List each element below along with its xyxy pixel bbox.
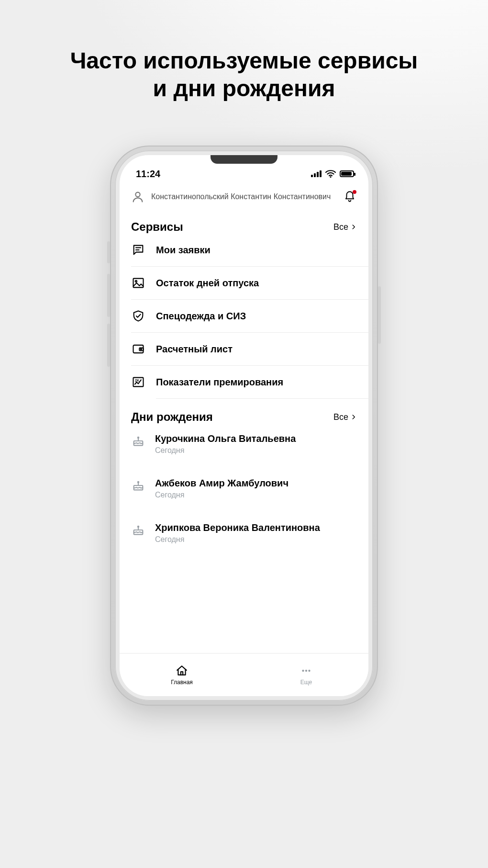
chat-lines-icon: [131, 243, 145, 257]
phone-frame: 11:24 Константинопольский Константин Кон…: [110, 146, 378, 706]
tab-more[interactable]: Еще: [244, 654, 368, 696]
status-icons: [311, 170, 354, 178]
service-item-payslip[interactable]: Расчетный лист: [131, 332, 368, 365]
svg-point-25: [305, 669, 307, 671]
page-title-line2: и дни рождения: [153, 76, 335, 101]
birthday-when: Сегодня: [155, 446, 296, 455]
birthdays-list: Курочкина Ольга Витальевна Сегодня Ажбек…: [120, 428, 368, 555]
home-icon: [176, 665, 188, 677]
chevron-right-icon: [350, 224, 357, 230]
page-title-line1: Часто используемые сервисы: [70, 48, 418, 73]
svg-text:2K: 2K: [135, 379, 139, 382]
shield-check-icon: [131, 309, 145, 323]
page-title: Часто используемые сервисы и дни рождени…: [0, 47, 488, 102]
birthday-when: Сегодня: [155, 535, 320, 544]
phone-inner: 11:24 Константинопольский Константин Кон…: [115, 150, 373, 701]
battery-icon: [340, 170, 354, 177]
svg-point-12: [141, 349, 142, 349]
birthday-name: Ажбеков Амир Жамбулович: [155, 478, 288, 489]
svg-point-9: [135, 281, 137, 282]
phone-side-button: [378, 286, 381, 344]
service-item-vacation-balance[interactable]: Остаток дней отпуска: [131, 266, 368, 299]
section-header-birthdays: Дни рождения Все: [120, 399, 368, 428]
wallet-icon: [131, 342, 145, 356]
svg-point-5: [135, 192, 140, 197]
service-item-bonus-kpi[interactable]: 2K Показатели премирования: [131, 365, 368, 398]
birthday-item[interactable]: Хрипкова Вероника Валентиновна Сегодня: [131, 511, 368, 555]
svg-point-17: [138, 437, 139, 438]
phone-side-button: [107, 241, 110, 263]
tab-bar: Главная Еще: [120, 653, 368, 696]
screen: 11:24 Константинопольский Константин Кон…: [120, 155, 368, 696]
app-header: Константинопольский Константин Константи…: [120, 184, 368, 209]
chevron-right-icon: [350, 414, 357, 420]
birthday-item[interactable]: Курочкина Ольга Витальевна Сегодня: [131, 428, 368, 466]
service-item-ppe[interactable]: Спецодежда и СИЗ: [131, 299, 368, 332]
svg-rect-8: [133, 279, 144, 288]
service-label: Расчетный лист: [156, 344, 357, 355]
birthdays-see-all-button[interactable]: Все: [333, 412, 357, 422]
birthday-cake-icon: [131, 434, 145, 448]
service-label: Спецодежда и СИЗ: [156, 311, 357, 322]
svg-rect-1: [314, 173, 316, 177]
chart-2k-icon: 2K: [131, 375, 145, 389]
svg-rect-2: [317, 172, 319, 177]
svg-rect-0: [311, 175, 313, 177]
service-item-my-requests[interactable]: Мои заявки: [131, 237, 368, 266]
notifications-button[interactable]: [343, 190, 357, 204]
service-label: Показатели премирования: [156, 377, 357, 388]
services-list: Мои заявки Остаток дней отпуска Спецодеж…: [120, 237, 368, 399]
svg-point-23: [138, 526, 139, 527]
notification-dot: [353, 190, 356, 194]
section-title: Сервисы: [131, 220, 183, 234]
svg-rect-3: [320, 170, 322, 177]
svg-point-26: [308, 669, 310, 671]
section-header-services: Сервисы Все: [120, 209, 368, 237]
user-name-label: Константинопольский Константин Константи…: [151, 192, 336, 202]
wifi-icon: [325, 170, 336, 178]
birthday-item[interactable]: Ажбеков Амир Жамбулович Сегодня: [131, 466, 368, 511]
more-dots-icon: [300, 665, 312, 677]
see-all-label: Все: [333, 222, 348, 232]
phone-side-button: [107, 274, 110, 317]
birthday-when: Сегодня: [155, 491, 288, 499]
tab-label: Главная: [171, 679, 193, 686]
svg-point-4: [330, 176, 331, 178]
image-icon: [131, 276, 145, 290]
birthday-name: Хрипкова Вероника Валентиновна: [155, 522, 320, 533]
svg-point-20: [138, 482, 139, 483]
status-time: 11:24: [136, 169, 160, 180]
birthday-cake-icon: [131, 523, 145, 537]
service-label: Мои заявки: [156, 245, 357, 256]
section-title: Дни рождения: [131, 410, 213, 424]
service-label: Остаток дней отпуска: [156, 278, 357, 289]
phone-side-button: [107, 324, 110, 367]
birthday-cake-icon: [131, 479, 145, 492]
cellular-icon: [311, 170, 322, 177]
profile-icon[interactable]: [131, 190, 144, 203]
birthday-name: Курочкина Ольга Витальевна: [155, 433, 296, 444]
tab-home[interactable]: Главная: [120, 654, 244, 696]
see-all-label: Все: [333, 412, 348, 422]
svg-point-24: [302, 669, 304, 671]
tab-label: Еще: [300, 679, 312, 686]
services-see-all-button[interactable]: Все: [333, 222, 357, 232]
phone-notch: [211, 155, 277, 164]
